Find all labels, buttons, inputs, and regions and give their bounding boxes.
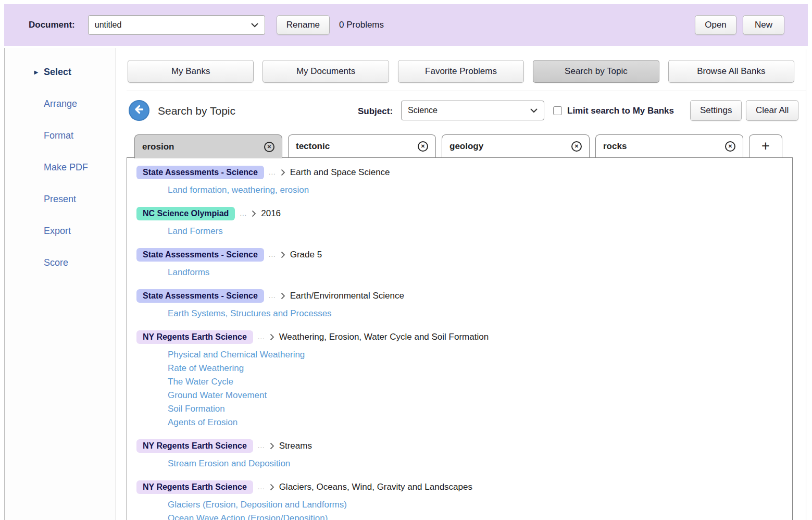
result-category: Earth and Space Science (290, 167, 390, 178)
subject-select-value: Science (408, 106, 438, 115)
document-select[interactable]: untitled (88, 15, 265, 35)
breadcrumb-ellipsis[interactable]: ... (240, 209, 247, 217)
topic-link[interactable]: Earth Systems, Structures and Processes (168, 307, 332, 320)
bank-badge[interactable]: NY Regents Earth Science (136, 439, 253, 453)
rename-button[interactable]: Rename (277, 15, 330, 35)
result-category: Glaciers, Oceans, Wind, Gravity and Land… (279, 482, 472, 492)
main-tabs: My BanksMy DocumentsFavorite ProblemsSea… (128, 60, 794, 83)
settings-button[interactable]: Settings (690, 100, 742, 121)
result-category: Earth/Environmental Science (290, 291, 404, 301)
breadcrumb-chevron-icon (252, 210, 256, 217)
topic-list: Landforms (168, 266, 792, 279)
sidebar-item-present[interactable]: Present (5, 183, 116, 215)
breadcrumb-chevron-icon (270, 442, 274, 450)
search-term-tab-rocks[interactable]: rocks✕ (595, 134, 743, 157)
result-row: NY Regents Earth Science...Weathering, E… (136, 330, 792, 429)
result-breadcrumb: State Assessments - Science...Earth and … (136, 165, 792, 179)
breadcrumb-ellipsis[interactable]: ... (258, 442, 265, 450)
topic-link[interactable]: Rate of Weathering (168, 362, 244, 375)
topic-link[interactable]: Landforms (168, 266, 209, 279)
breadcrumb-ellipsis[interactable]: ... (258, 333, 265, 341)
search-term-tab-geology[interactable]: geology✕ (442, 134, 590, 157)
chevron-down-icon (251, 20, 258, 30)
subject-select[interactable]: Science (401, 101, 544, 120)
search-terms-row: erosion✕tectonic✕geology✕rocks✕+ (134, 134, 782, 158)
chevron-down-icon (530, 106, 538, 115)
open-button[interactable]: Open (695, 15, 736, 35)
new-button[interactable]: New (743, 15, 784, 35)
sidebar-item-label: Arrange (44, 98, 77, 109)
topic-list: Land formation, weathering, erosion (168, 183, 792, 197)
result-breadcrumb: NC Science Olympiad...2016 (136, 206, 792, 220)
sidebar-item-score[interactable]: Score (5, 247, 116, 279)
tab-my-documents[interactable]: My Documents (263, 60, 389, 83)
bank-badge[interactable]: State Assessments - Science (136, 166, 264, 179)
arrow-left-icon (134, 104, 144, 117)
topic-link[interactable]: Ground Water Movement (168, 389, 267, 402)
sidebar-item-arrange[interactable]: Arrange (5, 88, 116, 120)
topic-link[interactable]: Land formation, weathering, erosion (168, 183, 309, 197)
limit-search-checkbox[interactable] (553, 106, 562, 115)
result-category: Streams (279, 441, 312, 451)
sidebar-item-select[interactable]: ►Select (5, 56, 116, 88)
tab-browse-all-banks[interactable]: Browse All Banks (668, 60, 794, 83)
bank-badge[interactable]: State Assessments - Science (136, 289, 264, 303)
bank-badge[interactable]: NY Regents Earth Science (136, 480, 253, 494)
search-term-label: erosion (142, 142, 174, 152)
topic-link[interactable]: The Water Cycle (168, 375, 233, 389)
search-term-label: rocks (603, 141, 627, 152)
add-search-term-tab[interactable]: + (749, 134, 782, 157)
sidebar-item-label: Select (44, 67, 71, 78)
sidebar-item-label: Export (44, 226, 71, 237)
tab-my-banks[interactable]: My Banks (128, 60, 254, 83)
sidebar-item-export[interactable]: Export (5, 215, 116, 247)
search-term-label: geology (449, 141, 483, 152)
topic-link[interactable]: Physical and Chemical Weathering (168, 348, 305, 362)
search-term-tab-tectonic[interactable]: tectonic✕ (288, 134, 436, 157)
topic-list: Glaciers (Erosion, Deposition and Landfo… (168, 498, 792, 520)
search-term-tab-erosion[interactable]: erosion✕ (134, 134, 282, 158)
breadcrumb-ellipsis[interactable]: ... (269, 292, 276, 300)
topic-link[interactable]: Agents of Erosion (168, 416, 238, 429)
limit-search-label: Limit search to My Banks (567, 106, 674, 116)
sidebar-item-label: Present (44, 194, 76, 205)
breadcrumb-chevron-icon (281, 251, 285, 258)
breadcrumb-ellipsis[interactable]: ... (269, 168, 276, 176)
bank-badge[interactable]: NY Regents Earth Science (136, 330, 253, 344)
result-category: Weathering, Erosion, Water Cycle and Soi… (279, 332, 489, 342)
result-row: NY Regents Earth Science...StreamsStream… (136, 439, 792, 471)
close-circle-icon[interactable]: ✕ (418, 141, 428, 152)
tab-search-by-topic[interactable]: Search by Topic (533, 60, 659, 83)
result-category: Grade 5 (290, 250, 322, 260)
result-category: 2016 (261, 208, 281, 219)
clear-all-button[interactable]: Clear All (746, 100, 798, 121)
topic-link[interactable]: Glaciers (Erosion, Deposition and Landfo… (168, 498, 347, 512)
topic-link[interactable]: Soil Formation (168, 402, 225, 416)
bank-badge[interactable]: NC Science Olympiad (136, 207, 235, 220)
breadcrumb-ellipsis[interactable]: ... (258, 483, 265, 491)
close-circle-icon[interactable]: ✕ (264, 142, 274, 152)
result-row: State Assessments - Science...Earth/Envi… (136, 289, 792, 320)
breadcrumb-chevron-icon (270, 484, 274, 491)
result-row: State Assessments - Science...Grade 5Lan… (136, 247, 792, 279)
results-panel: State Assessments - Science...Earth and … (127, 157, 793, 520)
sidebar-item-label: Format (44, 130, 73, 141)
back-button[interactable] (129, 100, 149, 121)
topic-list: Land Formers (168, 225, 792, 238)
topic-link[interactable]: Land Formers (168, 225, 223, 238)
close-circle-icon[interactable]: ✕ (571, 141, 582, 152)
page-title: Search by Topic (158, 105, 235, 117)
breadcrumb-ellipsis[interactable]: ... (269, 251, 276, 258)
topic-link[interactable]: Stream Erosion and Deposition (168, 457, 290, 471)
topic-list: Physical and Chemical WeatheringRate of … (168, 348, 792, 429)
tab-favorite-problems[interactable]: Favorite Problems (398, 60, 524, 83)
topic-link[interactable]: Ocean Wave Action (Erosion/Deposition) (168, 512, 328, 520)
tabs-divider (127, 91, 806, 91)
sidebar-item-format[interactable]: Format (5, 120, 116, 152)
result-row: State Assessments - Science...Earth and … (136, 165, 792, 197)
bank-badge[interactable]: State Assessments - Science (136, 248, 264, 262)
subject-label: Subject: (358, 106, 393, 117)
close-circle-icon[interactable]: ✕ (725, 141, 735, 152)
sidebar: ►SelectArrangeFormatMake PDFPresentExpor… (4, 48, 116, 520)
sidebar-item-make-pdf[interactable]: Make PDF (5, 152, 116, 183)
